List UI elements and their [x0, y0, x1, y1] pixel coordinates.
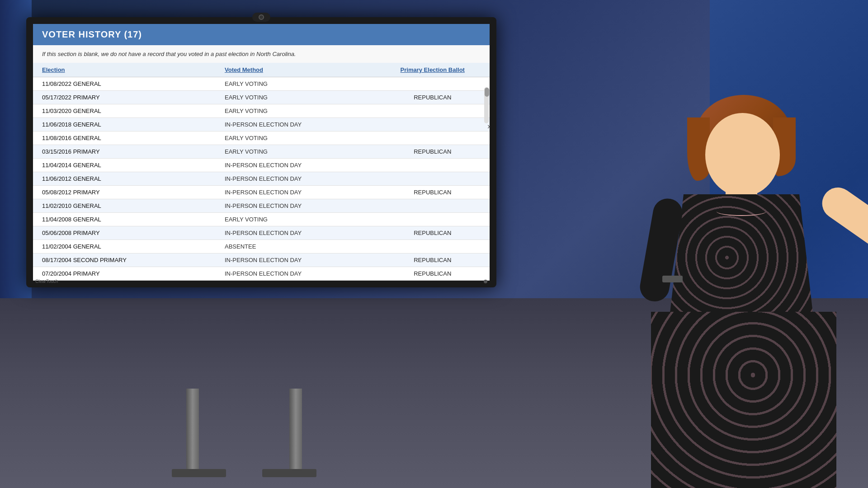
cell-primary-ballot — [376, 118, 490, 131]
cell-voted-method: EARLY VOTING — [216, 77, 376, 91]
cell-election: 11/03/2020 GENERAL — [33, 104, 216, 118]
cell-primary-ballot — [376, 159, 490, 172]
table-row: 11/04/2014 GENERALIN-PERSON ELECTION DAY — [33, 159, 490, 172]
table-row: 05/06/2008 PRIMARYIN-PERSON ELECTION DAY… — [33, 226, 490, 240]
tv-frame: VOTER HISTORY (17) If this section is bl… — [26, 17, 496, 287]
tv-screen: VOTER HISTORY (17) If this section is bl… — [33, 24, 490, 281]
table-row: 03/15/2016 PRIMARYEARLY VOTINGREPUBLICAN — [33, 145, 490, 159]
camera-lens — [259, 14, 264, 20]
cell-primary-ballot: REPUBLICAN — [376, 186, 490, 199]
cell-voted-method: IN-PERSON ELECTION DAY — [216, 267, 376, 281]
cell-primary-ballot: REPUBLICAN — [376, 91, 490, 104]
cell-election: 11/08/2022 GENERAL — [33, 77, 216, 91]
tv-leg-left — [186, 389, 199, 470]
tv-camera — [252, 13, 270, 22]
cell-voted-method: IN-PERSON ELECTION DAY — [216, 253, 376, 267]
cell-primary-ballot — [376, 104, 490, 118]
screen-header: VOTER HISTORY (17) — [33, 24, 490, 45]
table-row: 11/08/2016 GENERALEARLY VOTING — [33, 131, 490, 145]
cell-election: 11/02/2010 GENERAL — [33, 199, 216, 213]
cell-election: 05/08/2012 PRIMARY — [33, 186, 216, 199]
table-row: 11/02/2010 GENERALIN-PERSON ELECTION DAY — [33, 199, 490, 213]
table-row: 11/06/2018 GENERALIN-PERSON ELECTION DAY — [33, 118, 490, 131]
tv-bottom-bar: ClearTouch — [26, 279, 496, 284]
cell-voted-method: ABSENTEE — [216, 240, 376, 253]
table-row: 05/17/2022 PRIMARYEARLY VOTINGREPUBLICAN — [33, 91, 490, 104]
cell-election: 11/06/2012 GENERAL — [33, 172, 216, 186]
col-header-primary-ballot: Primary Election Ballot — [376, 63, 490, 77]
person-necklace — [717, 207, 766, 216]
person-figure — [642, 81, 845, 488]
cell-primary-ballot: REPUBLICAN — [376, 145, 490, 159]
person-watch — [662, 276, 683, 282]
cell-election: 07/20/2004 PRIMARY — [33, 267, 216, 281]
tv-leg-base-right — [262, 469, 316, 477]
tv-leg-base-left — [172, 469, 226, 477]
cell-primary-ballot — [376, 131, 490, 145]
cell-election: 11/04/2008 GENERAL — [33, 213, 216, 226]
voter-history-title: VOTER HISTORY (17) — [42, 29, 142, 39]
table-row: 08/17/2004 SECOND PRIMARYIN-PERSON ELECT… — [33, 253, 490, 267]
cell-voted-method: IN-PERSON ELECTION DAY — [216, 199, 376, 213]
table-row: 11/08/2022 GENERALEARLY VOTING — [33, 77, 490, 91]
cell-voted-method: EARLY VOTING — [216, 91, 376, 104]
cell-election: 05/17/2022 PRIMARY — [33, 91, 216, 104]
cell-election: 05/06/2008 PRIMARY — [33, 226, 216, 240]
table-row: 07/20/2004 PRIMARYIN-PERSON ELECTION DAY… — [33, 267, 490, 281]
cell-voted-method: IN-PERSON ELECTION DAY — [216, 172, 376, 186]
tv-power-indicator — [484, 280, 487, 283]
cell-primary-ballot — [376, 172, 490, 186]
cell-primary-ballot — [376, 199, 490, 213]
tv-monitor: VOTER HISTORY (17) If this section is bl… — [26, 17, 496, 287]
cell-voted-method: EARLY VOTING — [216, 104, 376, 118]
table-row: 11/06/2012 GENERALIN-PERSON ELECTION DAY — [33, 172, 490, 186]
person-dress-skirt-pattern — [651, 312, 836, 488]
cell-voted-method: EARLY VOTING — [216, 145, 376, 159]
voter-history-table: Election Voted Method Primary Election B… — [33, 63, 490, 281]
cell-voted-method: IN-PERSON ELECTION DAY — [216, 186, 376, 199]
scroll-thumb — [485, 88, 489, 97]
cell-primary-ballot — [376, 240, 490, 253]
person-face — [705, 113, 780, 197]
cell-primary-ballot: REPUBLICAN — [376, 267, 490, 281]
table-row: 11/03/2020 GENERALEARLY VOTING — [33, 104, 490, 118]
cell-election: 08/17/2004 SECOND PRIMARY — [33, 253, 216, 267]
cell-voted-method: IN-PERSON ELECTION DAY — [216, 118, 376, 131]
cell-voted-method: IN-PERSON ELECTION DAY — [216, 226, 376, 240]
table-row: 05/08/2012 PRIMARYIN-PERSON ELECTION DAY… — [33, 186, 490, 199]
cell-voted-method: EARLY VOTING — [216, 131, 376, 145]
tv-stand — [108, 389, 380, 488]
table-header-row: Election Voted Method Primary Election B… — [33, 63, 490, 77]
cell-election: 11/08/2016 GENERAL — [33, 131, 216, 145]
cell-primary-ballot: REPUBLICAN — [376, 253, 490, 267]
cell-primary-ballot — [376, 77, 490, 91]
person-arm-right — [816, 181, 868, 274]
cell-voted-method: IN-PERSON ELECTION DAY — [216, 159, 376, 172]
cell-election: 03/15/2016 PRIMARY — [33, 145, 216, 159]
col-header-election: Election — [33, 63, 216, 77]
scroll-indicator[interactable] — [484, 87, 489, 123]
cell-election: 11/04/2014 GENERAL — [33, 159, 216, 172]
cell-election: 11/06/2018 GENERAL — [33, 118, 216, 131]
table-row: 11/02/2004 GENERALABSENTEE — [33, 240, 490, 253]
tv-leg-right — [289, 389, 302, 470]
presenter — [524, 0, 868, 488]
cell-primary-ballot: REPUBLICAN — [376, 226, 490, 240]
cell-primary-ballot — [376, 213, 490, 226]
col-header-voted-method: Voted Method — [216, 63, 376, 77]
table-row: 11/04/2008 GENERALEARLY VOTING — [33, 213, 490, 226]
voter-history-notice: If this section is blank, we do not have… — [33, 45, 490, 63]
cell-election: 11/02/2004 GENERAL — [33, 240, 216, 253]
cell-voted-method: EARLY VOTING — [216, 213, 376, 226]
tv-brand-label: ClearTouch — [35, 279, 58, 284]
